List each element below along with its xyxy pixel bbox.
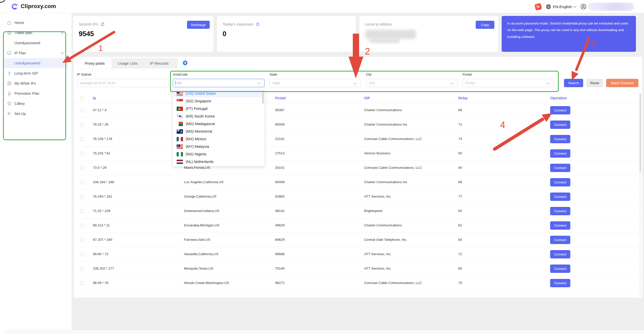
connect-button[interactable]: Connect bbox=[550, 149, 570, 158]
scrollbar-corner bbox=[0, 330, 5, 334]
ip-cell: 71.32.*.109 bbox=[93, 209, 110, 213]
table-scrollbar-thumb[interactable] bbox=[639, 93, 641, 172]
sidebar-item-promotion-plan[interactable]: Promotion Plan bbox=[0, 88, 71, 99]
sidebar-item-set-up[interactable]: Set-Up bbox=[0, 109, 71, 119]
sidebar-item-long-term-isp[interactable]: Long-term ISP bbox=[0, 68, 71, 78]
sidebar-item-ip-plan[interactable]: IP Plan bbox=[0, 48, 71, 58]
dropdown-item-ng[interactable]: (NG) Nigeria bbox=[173, 150, 264, 158]
row-checkbox[interactable] bbox=[80, 195, 84, 199]
sidebar-item-label: Long-term ISP bbox=[14, 71, 38, 75]
ip-subnet-input[interactable] bbox=[77, 79, 169, 87]
dropdown-item-sg[interactable]: (SG) Singapore bbox=[173, 97, 264, 105]
promotion-icon[interactable]: % bbox=[534, 3, 542, 10]
delay-cell: 63 bbox=[458, 209, 462, 213]
postal-cell: 90009 bbox=[275, 123, 285, 126]
sidebar-item-home[interactable]: Home bbox=[0, 18, 71, 28]
sidebar-item-label: Home bbox=[14, 21, 24, 25]
row-checkbox[interactable] bbox=[80, 152, 84, 155]
row-checkbox[interactable] bbox=[80, 166, 84, 170]
sidebar-item-label: Traffic plan bbox=[14, 31, 32, 35]
dropdown-item-pt[interactable]: (PT) Portugal bbox=[173, 105, 264, 112]
state-select[interactable] bbox=[270, 79, 361, 87]
refresh-icon[interactable] bbox=[101, 22, 105, 26]
connect-button[interactable]: Connect bbox=[550, 178, 570, 186]
dropdown-item-my[interactable]: (MY) Malaysia bbox=[173, 143, 264, 150]
copy-button[interactable]: Copy bbox=[476, 21, 494, 29]
row-checkbox[interactable] bbox=[80, 137, 84, 141]
ip-column-header: Ip bbox=[93, 96, 96, 100]
position-cell: Vacaville,California,US bbox=[184, 252, 218, 256]
ip-cell: 76.240.*.161 bbox=[93, 195, 112, 198]
row-checkbox[interactable] bbox=[80, 108, 84, 112]
recharge-button[interactable]: Recharge bbox=[187, 21, 210, 29]
connect-button[interactable]: Connect bbox=[550, 193, 570, 201]
settings-gear-icon[interactable] bbox=[182, 60, 188, 66]
sidebar-item-traffic-userpassword[interactable]: User&password bbox=[0, 38, 71, 48]
connect-button[interactable]: Connect bbox=[550, 207, 570, 215]
row-checkbox[interactable] bbox=[80, 209, 84, 213]
connect-button[interactable]: Connect bbox=[550, 106, 570, 114]
reset-button[interactable]: Reset bbox=[586, 79, 603, 87]
connect-button[interactable]: Connect bbox=[550, 236, 570, 244]
row-checkbox[interactable] bbox=[80, 281, 84, 285]
isp-cell: Brightspeed bbox=[364, 209, 382, 213]
row-checkbox[interactable] bbox=[80, 238, 84, 242]
postal-cell: 92863 bbox=[275, 195, 285, 198]
row-checkbox[interactable] bbox=[80, 252, 84, 256]
refresh-icon[interactable] bbox=[256, 22, 260, 26]
list-document-icon bbox=[7, 81, 12, 86]
select-all-checkbox[interactable] bbox=[80, 96, 84, 100]
ip-cell: 108.202.*.177 bbox=[93, 267, 114, 270]
dropdown-item-label: (MG) Madagascar bbox=[186, 122, 215, 126]
brand-logo[interactable]: Cliproxy.com bbox=[11, 3, 56, 10]
dropdown-item-mg[interactable]: (MG) Madagascar bbox=[173, 120, 264, 128]
horizontal-scrollbar[interactable] bbox=[0, 330, 644, 334]
sidebar-item-my-white-ips[interactable]: My White IPs bbox=[0, 78, 71, 88]
table-scrollbar-track[interactable] bbox=[639, 93, 641, 297]
search-button[interactable]: Search bbox=[564, 79, 583, 87]
chevron-up-icon bbox=[61, 52, 64, 55]
city-select[interactable] bbox=[366, 79, 458, 87]
tab-ip-records[interactable]: IP Records bbox=[144, 58, 175, 68]
connect-button[interactable]: Connect bbox=[550, 221, 570, 230]
language-selector[interactable]: EN-English bbox=[546, 4, 576, 9]
sidebar-item-traffic-plan[interactable]: Traffic plan bbox=[0, 28, 71, 38]
top-bar: Cliproxy.com % EN-English bbox=[0, 0, 644, 13]
dropdown-scrollbar[interactable] bbox=[262, 90, 264, 104]
medal-icon bbox=[7, 91, 12, 96]
dropdown-item-ms[interactable]: (MS) Montserrat bbox=[173, 128, 264, 135]
dropdown-item-label: (MS) Montserrat bbox=[186, 129, 212, 133]
areacode-input[interactable] bbox=[173, 79, 264, 87]
dropdown-item-us[interactable]: (US) United States bbox=[174, 90, 263, 97]
connect-button[interactable]: Connect bbox=[550, 250, 570, 258]
ip-cell: 76.33.*.35 bbox=[93, 123, 109, 126]
table-row: 108.184.*.168 Los Angeles,California,US … bbox=[74, 175, 642, 189]
postal-column-header: Postal bbox=[275, 96, 286, 100]
row-checkbox[interactable] bbox=[80, 267, 84, 271]
location-pin-icon bbox=[7, 71, 12, 76]
connect-button[interactable]: Connect bbox=[550, 121, 570, 129]
table-row: 68.113.*.11 Escanaba,Michigan,US 49829 C… bbox=[74, 218, 642, 233]
position-cell: Escanaba,Michigan,US bbox=[184, 223, 219, 227]
sidebar-item-cdkey[interactable]: Cdkey bbox=[0, 99, 71, 109]
connect-button[interactable]: Connect bbox=[550, 279, 570, 287]
postal-cell: 22191 bbox=[275, 137, 285, 141]
batch-connect-button[interactable]: Batch Connect bbox=[606, 79, 638, 87]
row-checkbox[interactable] bbox=[80, 180, 84, 184]
nl-flag-icon bbox=[177, 160, 183, 164]
connect-button[interactable]: Connect bbox=[550, 265, 570, 273]
postal-select[interactable] bbox=[463, 79, 554, 87]
sidebar-item-ip-userpassword-active[interactable]: User&password bbox=[4, 58, 68, 68]
user-account[interactable] bbox=[580, 3, 634, 11]
row-checkbox[interactable] bbox=[80, 224, 84, 227]
row-checkbox[interactable] bbox=[80, 123, 84, 127]
tab-usage-lists[interactable]: Usage Lists bbox=[112, 58, 143, 68]
connect-button[interactable]: Connect bbox=[550, 135, 570, 143]
dropdown-item-mx[interactable]: (MX) Mexico bbox=[173, 135, 264, 143]
tab-proxy-pools[interactable]: Proxy pools bbox=[78, 58, 112, 68]
dropdown-item-nl[interactable]: (NL) Netherlands bbox=[173, 158, 264, 165]
dropdown-item-kr[interactable]: (KR) South Korea bbox=[173, 112, 264, 120]
table-row: 76.240.*.161 Orange,California,US 92863 … bbox=[74, 189, 642, 204]
table-row: 71.32.*.109 Greenwood,Indiana,US 46142 B… bbox=[74, 204, 642, 218]
connect-button[interactable]: Connect bbox=[550, 164, 570, 172]
